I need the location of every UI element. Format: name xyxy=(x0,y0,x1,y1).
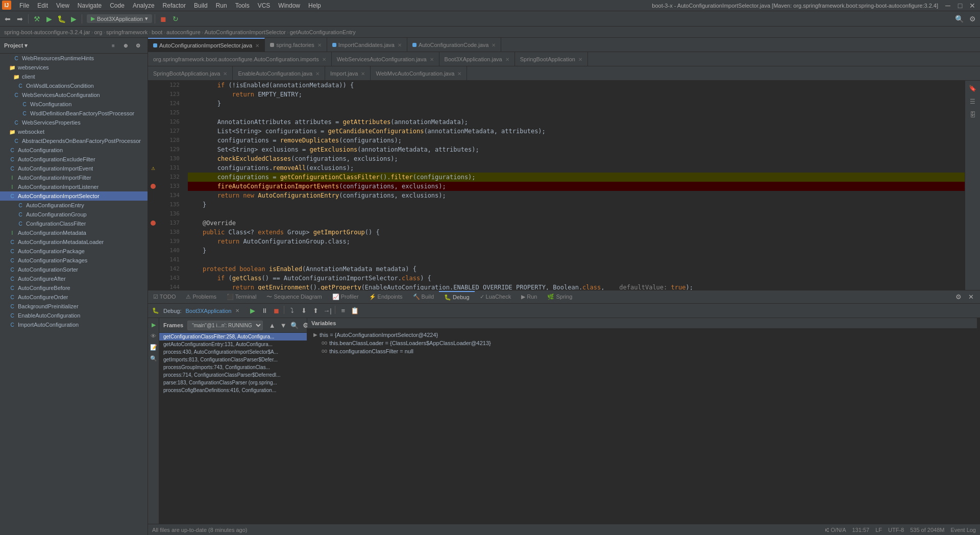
memory-indicator[interactable]: 535 of 2048M xyxy=(910,527,944,533)
maximize-btn[interactable]: □ xyxy=(954,0,966,11)
menu-refactor[interactable]: Refactor xyxy=(159,1,190,10)
tree-item-autoconfigurationgroup[interactable]: C AutoConfigurationGroup xyxy=(0,210,148,219)
build-btn[interactable]: ⚒ xyxy=(31,13,42,25)
frame-item-5[interactable]: process:714, ConfigurationClassParser$De… xyxy=(159,371,307,379)
menu-code[interactable]: Code xyxy=(106,1,129,10)
code-line-130[interactable]: checkExcludedClasses(configurations, exc… xyxy=(188,154,965,163)
tab-close-2[interactable]: ✕ xyxy=(398,42,402,48)
frame-item-3[interactable]: getImports:813, ConfigurationClassParser… xyxy=(159,356,307,363)
code-line-123[interactable]: return EMPTY_ENTRY; xyxy=(188,90,965,99)
bottom-tab-build[interactable]: 🔨 Build xyxy=(408,291,439,302)
breadcrumb-item-4[interactable]: autoconfigure xyxy=(166,29,201,35)
menu-help[interactable]: Help xyxy=(304,1,325,10)
code-line-127[interactable]: List<String> configurations = getCandida… xyxy=(188,127,965,136)
bottom-tab-endpoints[interactable]: ⚡ Endpoints xyxy=(364,291,408,302)
tree-item-autoconfigurationentry[interactable]: C AutoConfigurationEntry xyxy=(0,201,148,210)
tab-enableautoconfiguration-java[interactable]: EnableAutoConfiguration.java ✕ xyxy=(233,66,325,81)
line-col[interactable]: 131:57 xyxy=(852,527,870,533)
frame-filter-btn[interactable]: 🔍 xyxy=(289,320,300,330)
tab-close-0[interactable]: ✕ xyxy=(255,43,259,48)
tab-close-t1[interactable]: ✕ xyxy=(315,71,320,77)
bottom-tab-debug[interactable]: 🐛 Debug xyxy=(439,291,474,303)
menu-view[interactable]: View xyxy=(52,1,74,10)
tree-item-configurationclassfilter[interactable]: C ConfigurationClassFilter xyxy=(0,219,148,228)
tab-spring-factories[interactable]: spring.factories ✕ xyxy=(265,38,327,52)
gutter-line-131[interactable]: ⚠ xyxy=(148,163,158,173)
gutter-line-139[interactable] xyxy=(148,237,158,246)
bottom-tab-run[interactable]: ▶ Run xyxy=(516,291,542,302)
menu-file[interactable]: File xyxy=(15,1,33,10)
code-line-138[interactable]: public Class<? extends Group> getImportG… xyxy=(188,228,965,237)
frame-item-4[interactable]: processGroupImports:743, ConfigurationCl… xyxy=(159,363,307,371)
tab-imports-file[interactable]: org.springframework.boot.autoconfigure.A… xyxy=(148,52,332,66)
rerun-btn[interactable]: ↻ xyxy=(170,13,181,25)
menu-navigate[interactable]: Navigate xyxy=(74,1,106,10)
step-into-btn[interactable]: ⬇ xyxy=(299,306,309,316)
event-log-btn[interactable]: Event Log xyxy=(950,527,976,533)
tree-item-autoconfigurationimportselector[interactable]: C AutoConfigurationImportSelector xyxy=(0,191,148,201)
run-btn[interactable]: ▶ xyxy=(43,13,55,25)
tree-item-importautoconfiguration[interactable]: C ImportAutoConfiguration xyxy=(0,320,148,329)
tree-item-abstractdependsonbeanfactorypostprocessor[interactable]: C AbstractDependsOnBeanFactoryPostProces… xyxy=(0,136,148,145)
bottom-tab-todo[interactable]: ☑ TODO xyxy=(148,291,181,302)
tree-item-autoconfigurationimportfilter[interactable]: I AutoConfigurationImportFilter xyxy=(0,173,148,182)
project-locate[interactable]: ⊕ xyxy=(120,40,131,51)
tree-item-onwsdllocationscondition[interactable]: C OnWsdlLocationsCondition xyxy=(0,81,148,90)
bottom-tab-profiler[interactable]: 📈 Profiler xyxy=(327,291,364,302)
stop-btn[interactable]: ◼ xyxy=(158,13,169,25)
debug-session-name[interactable]: Boot3XApplication xyxy=(185,308,231,314)
gutter-line-132[interactable] xyxy=(148,173,158,182)
bottom-tab-problems[interactable]: ⚠ Problems xyxy=(181,291,222,302)
back-btn[interactable]: ⬅ xyxy=(2,13,13,25)
bottom-tab-spring[interactable]: 🌿 Spring xyxy=(542,291,577,302)
gutter-line-133[interactable] xyxy=(148,182,158,191)
frame-up-btn[interactable]: ▲ xyxy=(267,320,277,330)
gutter-line-124[interactable] xyxy=(148,99,158,108)
breadcrumb-item-1[interactable]: org xyxy=(94,29,102,35)
gutter-line-135[interactable] xyxy=(148,200,158,209)
search-everywhere-btn[interactable]: 🔍 xyxy=(953,13,965,25)
gutter-line-134[interactable] xyxy=(148,191,158,200)
run-to-cursor-btn[interactable]: →| xyxy=(322,306,332,316)
code-line-129[interactable]: Set<String> exclusions = getExclusions(a… xyxy=(188,145,965,154)
bottom-tab-sequence-diagram[interactable]: 〜 Sequence Diagram xyxy=(261,291,327,303)
debug-watch-btn[interactable]: 👁 xyxy=(149,331,158,341)
tab-close-s0[interactable]: ✕ xyxy=(322,57,326,62)
tab-autoconfiguration-import-selector[interactable]: AutoConfigurationImportSelector.java ✕ xyxy=(148,38,265,52)
code-line-125[interactable] xyxy=(188,108,965,117)
code-line-126[interactable]: AnnotationAttributes attributes = getAtt… xyxy=(188,117,965,127)
tree-item-wsconfiguration[interactable]: C WsConfiguration xyxy=(0,100,148,109)
tree-item-autoconfigureafter[interactable]: C AutoConfigureAfter xyxy=(0,274,148,283)
variable-item-1[interactable]: oo this.beanClassLoader = {ClassLoaders$… xyxy=(309,339,975,347)
tab-close-s1[interactable]: ✕ xyxy=(430,57,434,62)
tree-item-autoconfigurebefore[interactable]: C AutoConfigureBefore xyxy=(0,283,148,293)
tree-item-backgroundpreinitializer[interactable]: C BackgroundPreinitializer xyxy=(0,302,148,311)
tab-close-s3[interactable]: ✕ xyxy=(578,57,582,62)
project-collapse-all[interactable]: ≡ xyxy=(108,40,119,51)
var-expand-1[interactable]: oo xyxy=(322,340,327,346)
code-line-140[interactable]: } xyxy=(188,246,965,255)
gutter-line-144[interactable] xyxy=(148,283,158,290)
tree-item-autoconfigurationpackage[interactable]: C AutoConfigurationPackage xyxy=(0,247,148,256)
tab-import-candidates[interactable]: ImportCandidates.java ✕ xyxy=(327,38,407,52)
resume-strip-btn[interactable]: ▶ xyxy=(149,320,158,329)
tree-item-autoconfigurationimportlistener[interactable]: I AutoConfigurationImportListener xyxy=(0,182,148,191)
project-settings[interactable]: ⚙ xyxy=(132,40,143,51)
settings-btn[interactable]: ⚙ xyxy=(967,13,978,25)
tab-autoconfiguration-code[interactable]: AutoConfigurationCode.java ✕ xyxy=(407,38,502,52)
close-btn[interactable]: ✕ xyxy=(967,0,978,11)
frame-item-0[interactable]: getConfigurationClassFilter:258, AutoCon… xyxy=(159,333,307,341)
code-line-142[interactable]: protected boolean isEnabled(AnnotationMe… xyxy=(188,264,965,274)
tree-item-autoconfigurationimportevent[interactable]: C AutoConfigurationImportEvent xyxy=(0,164,148,173)
structure-icon[interactable]: ☰ xyxy=(967,96,978,107)
panel-resize-handle[interactable] xyxy=(977,318,980,524)
breadcrumb-item-5[interactable]: AutoConfigurationImportSelector xyxy=(204,29,286,35)
menu-run[interactable]: Run xyxy=(212,1,231,10)
code-line-132[interactable]: configurations = getConfigurationClassFi… xyxy=(188,173,965,182)
gutter-line-137[interactable] xyxy=(148,218,158,228)
frame-item-1[interactable]: getAutoConfigurationEntry:131, AutoConfi… xyxy=(159,341,307,348)
tab-close-1[interactable]: ✕ xyxy=(317,42,322,48)
code-line-141[interactable] xyxy=(188,255,965,264)
resume-btn[interactable]: ▶ xyxy=(248,306,258,316)
menu-edit[interactable]: Edit xyxy=(33,1,52,10)
